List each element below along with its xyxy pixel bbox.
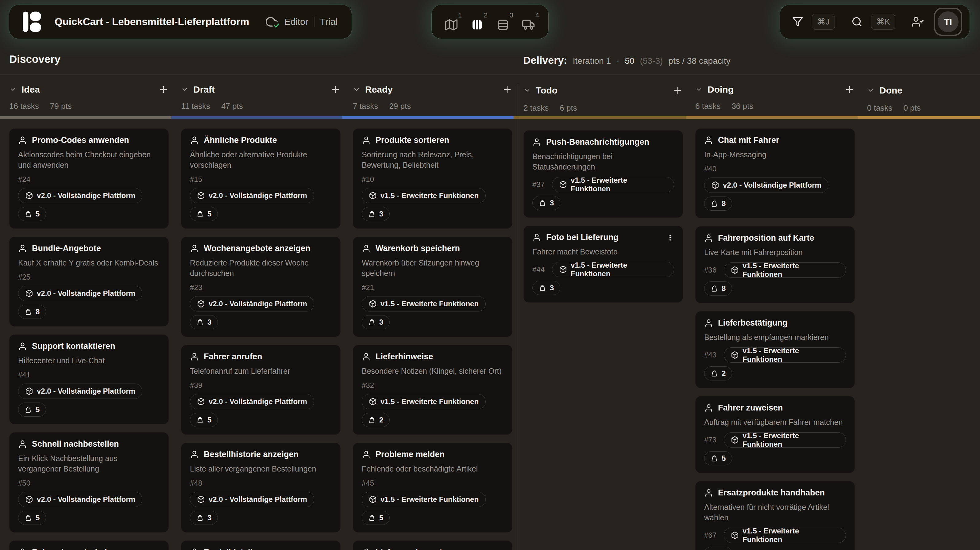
card-title-row: Foto bei Lieferung bbox=[532, 233, 674, 242]
view-tab-truck[interactable]: 4 bbox=[518, 8, 539, 36]
filter-icon[interactable] bbox=[792, 16, 803, 27]
view-shortcut-number: 4 bbox=[535, 11, 539, 19]
user-story-icon bbox=[704, 234, 713, 243]
check-icon bbox=[272, 21, 280, 29]
delivery-section-title: Delivery: bbox=[523, 54, 567, 66]
task-card[interactable]: Foto bei LieferungFahrer macht Beweisfot… bbox=[523, 226, 683, 303]
points-badge: 5 bbox=[704, 451, 732, 465]
delivery-iteration-label[interactable]: Iteration 1 bbox=[573, 56, 611, 66]
version-label: v2.0 - Vollständige Plattform bbox=[208, 495, 307, 504]
map-icon bbox=[445, 19, 458, 31]
version-badge: v1.5 - Erweiterte Funktionen bbox=[724, 347, 846, 363]
task-card[interactable]: Fahrerposition auf KarteLive-Karte mit F… bbox=[695, 226, 855, 303]
task-card[interactable]: Bestellhistorie anzeigenListe aller verg… bbox=[181, 443, 340, 533]
card-description: In-App-Messaging bbox=[704, 149, 846, 160]
card-title: Warenkorb speichern bbox=[375, 244, 460, 253]
chevron-down-icon[interactable] bbox=[867, 87, 875, 94]
version-label: v2.0 - Vollständige Plattform bbox=[208, 191, 307, 200]
user-story-icon bbox=[190, 450, 199, 459]
chevron-down-icon[interactable] bbox=[695, 86, 703, 93]
weight-icon bbox=[196, 514, 204, 521]
task-card[interactable]: Belege herunterladen bbox=[9, 540, 169, 550]
points-badge: 5 bbox=[362, 511, 390, 525]
user-story-icon bbox=[190, 136, 199, 145]
weight-icon bbox=[711, 285, 718, 292]
top-bar: QuickCart - Lebensmittel-Lieferplattform… bbox=[0, 0, 980, 44]
task-card[interactable]: Ersatzprodukte handhabenAlternativen für… bbox=[695, 481, 855, 550]
card-description: Alternativen für nicht vorrätige Artikel… bbox=[704, 502, 846, 523]
card-menu-button[interactable] bbox=[666, 234, 674, 242]
divider bbox=[314, 17, 315, 27]
add-task-button[interactable] bbox=[502, 84, 512, 95]
task-card[interactable]: Support kontaktierenHilfecenter und Live… bbox=[9, 334, 169, 424]
card-title: Lieferung bewerten bbox=[375, 548, 452, 550]
view-tab-map[interactable]: 1 bbox=[441, 8, 462, 36]
user-story-icon bbox=[704, 136, 713, 145]
card-id: #45 bbox=[362, 479, 503, 487]
user-check-icon[interactable] bbox=[912, 16, 924, 28]
package-icon bbox=[731, 531, 739, 539]
view-tab-rows[interactable]: 3 bbox=[492, 8, 513, 36]
card-title: Ähnliche Produkte bbox=[204, 136, 277, 145]
task-card[interactable]: Fahrer anrufenTelefonanruf zum Lieferfah… bbox=[181, 345, 340, 435]
version-label: v1.5 - Erweiterte Funktionen bbox=[380, 397, 479, 406]
task-card[interactable]: Wochenangebote anzeigenReduzierte Produk… bbox=[181, 237, 340, 337]
card-title-row: Bestelldetails bbox=[190, 548, 332, 550]
trial-badge: Trial bbox=[320, 17, 337, 27]
points-badge: 3 bbox=[190, 315, 218, 329]
chevron-down-icon[interactable] bbox=[353, 86, 360, 93]
task-card[interactable]: Schnell nachbestellenEin-Klick Nachbeste… bbox=[9, 432, 169, 533]
version-badge: v1.5 - Erweiterte Funktionen bbox=[362, 188, 486, 203]
avatar[interactable]: TI bbox=[934, 8, 962, 36]
column-points-count: 6 pts bbox=[560, 103, 577, 113]
task-card[interactable]: Push-BenachrichtigungenBenachrichtigunge… bbox=[523, 130, 683, 218]
task-card[interactable]: Ähnliche ProdukteÄhnliche oder alternati… bbox=[181, 128, 340, 229]
card-description: Ähnliche oder alternative Produkte vorsc… bbox=[190, 149, 332, 170]
chevron-down-icon[interactable] bbox=[523, 87, 531, 94]
add-task-button[interactable] bbox=[158, 84, 169, 95]
card-description: Aktionscodes beim Checkout eingeben und … bbox=[18, 149, 160, 170]
add-task-button[interactable] bbox=[330, 84, 340, 95]
plus-icon bbox=[673, 85, 683, 96]
card-title: Ersatzprodukte handhaben bbox=[718, 488, 825, 498]
task-card[interactable]: LieferbestätigungBestellung als empfange… bbox=[695, 311, 855, 388]
task-card[interactable]: Warenkorb speichernWarenkorb über Sitzun… bbox=[353, 237, 512, 337]
project-title: QuickCart - Lebensmittel-Lieferplattform bbox=[55, 16, 249, 28]
search-icon[interactable] bbox=[851, 16, 862, 27]
task-card[interactable]: Chat mit FahrerIn-App-Messaging#40v2.0 -… bbox=[695, 128, 855, 218]
task-card[interactable]: Produkte sortierenSortierung nach Releva… bbox=[353, 128, 512, 229]
chevron-down-icon[interactable] bbox=[181, 86, 188, 93]
card-id: #23 bbox=[190, 283, 332, 292]
card-id: #50 bbox=[18, 479, 160, 487]
card-title: Produkte sortieren bbox=[375, 136, 449, 145]
add-task-button[interactable] bbox=[845, 84, 855, 95]
view-tab-columns[interactable]: 2 bbox=[467, 8, 488, 36]
add-task-button[interactable] bbox=[673, 85, 683, 96]
version-badge: v1.5 - Erweiterte Funktionen bbox=[552, 177, 674, 192]
user-story-icon bbox=[704, 319, 713, 327]
task-card[interactable]: Bundle-AngeboteKauf X erhalte Y gratis o… bbox=[9, 237, 169, 327]
card-title-row: Probleme melden bbox=[362, 450, 503, 459]
task-card[interactable]: Promo-Codes anwendenAktionscodes beim Ch… bbox=[9, 128, 169, 229]
task-card[interactable]: BestelldetailsArtikel, Preise, Lieferinf… bbox=[181, 540, 340, 550]
task-card[interactable]: Lieferung bewerten bbox=[353, 540, 512, 550]
package-icon bbox=[559, 265, 567, 273]
version-badge: v2.0 - Vollständige Plattform bbox=[18, 286, 142, 301]
task-card[interactable]: Fahrer zuweisenAuftrag mit verfügbarem F… bbox=[695, 396, 855, 473]
card-title-row: Fahrer zuweisen bbox=[704, 403, 846, 413]
card-list-idea: Promo-Codes anwendenAktionscodes beim Ch… bbox=[9, 128, 169, 550]
package-icon bbox=[369, 300, 377, 308]
points-badge: 3 bbox=[532, 281, 560, 295]
column-todo: Todo2 tasks6 ptsPush-BenachrichtigungenB… bbox=[523, 84, 683, 550]
rows-icon bbox=[497, 19, 509, 31]
card-meta-row: #73v1.5 - Erweiterte Funktionen bbox=[704, 432, 846, 448]
chevron-down-icon[interactable] bbox=[9, 86, 17, 93]
package-icon bbox=[197, 495, 205, 503]
task-card[interactable]: Probleme meldenFehlende oder beschädigte… bbox=[353, 443, 512, 533]
version-label: v2.0 - Vollständige Plattform bbox=[723, 181, 821, 189]
task-card[interactable]: LieferhinweiseBesondere Notizen (Klingel… bbox=[353, 345, 512, 435]
card-id: #32 bbox=[362, 381, 503, 390]
card-list-doing: Chat mit FahrerIn-App-Messaging#40v2.0 -… bbox=[695, 128, 855, 550]
package-icon bbox=[731, 266, 739, 274]
version-badge: v2.0 - Vollständige Plattform bbox=[190, 394, 314, 409]
